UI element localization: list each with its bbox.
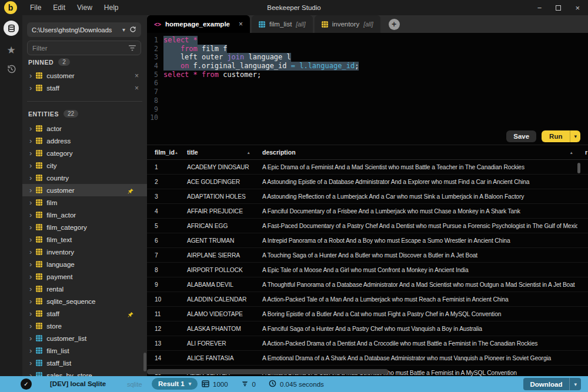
chevron-right-icon[interactable]: › — [29, 199, 32, 206]
new-tab-button[interactable]: + — [389, 19, 400, 30]
table-row[interactable]: 14ALICE FANTASIAA Emotional Drama of a A… — [147, 351, 588, 366]
minimize-button[interactable]: − — [537, 4, 542, 12]
sidebar-item-film_category[interactable]: ›film_category — [22, 221, 147, 233]
column-header-film-id[interactable]: film_id ▲ — [147, 145, 179, 159]
sidebar-scrollbar[interactable] — [143, 353, 146, 371]
chevron-right-icon[interactable]: › — [29, 137, 32, 145]
sidebar-item-store[interactable]: ›store — [22, 320, 147, 332]
run-options-caret[interactable]: ▾ — [570, 130, 580, 142]
table-row[interactable]: 10ALADDIN CALENDARA Action-Packed Tale o… — [147, 292, 588, 307]
sidebar-item-customer_list[interactable]: ›customer_list — [22, 332, 147, 344]
pin-icon[interactable] — [127, 187, 134, 194]
sidebar-item-address[interactable]: ›address — [22, 135, 147, 147]
connection-name[interactable]: [DEV] local Sqlite — [50, 380, 106, 387]
table-row[interactable]: 7AIRPLANE SIERRAA Touching Saga of a Hun… — [147, 248, 588, 263]
table-row[interactable]: 2ACE GOLDFINGERA Astounding Epistle of a… — [147, 175, 588, 189]
sidebar-item-payment[interactable]: ›payment — [22, 270, 147, 283]
chevron-right-icon[interactable]: › — [29, 186, 32, 194]
pin-icon[interactable] — [127, 310, 134, 317]
sidebar-item-inventory[interactable]: ›inventory — [22, 246, 147, 258]
sidebar-item-city[interactable]: ›city — [22, 159, 147, 172]
menu-file[interactable]: File — [24, 4, 47, 12]
chevron-right-icon[interactable]: › — [29, 223, 32, 231]
chevron-right-icon[interactable]: › — [29, 359, 32, 367]
table-row[interactable]: 9ALABAMA DEVILA Thoughtful Panorama of a… — [147, 277, 588, 292]
entities-section-header[interactable]: ENTITIES 22 — [22, 110, 147, 118]
chevron-right-icon[interactable]: › — [29, 125, 32, 132]
sidebar-item-staff_list[interactable]: ›staff_list — [22, 357, 147, 369]
chevron-right-icon[interactable]: › — [29, 371, 32, 376]
chevron-right-icon[interactable]: › — [29, 211, 32, 219]
menu-help[interactable]: Help — [98, 4, 125, 12]
sidebar-item-film_list[interactable]: ›film_list — [22, 344, 147, 357]
results-vertical-scrollbar[interactable] — [577, 163, 580, 173]
filter-icon[interactable] — [129, 43, 136, 53]
favorites-star-icon[interactable]: ★ — [6, 44, 15, 56]
filter-field[interactable] — [27, 41, 141, 55]
column-header-description[interactable]: description ▲ — [255, 145, 577, 159]
sort-icon[interactable]: ▲ — [570, 150, 573, 155]
column-header-title[interactable]: title ▲ — [179, 145, 255, 159]
column-header-clipped[interactable]: r — [577, 145, 588, 159]
table-row[interactable]: 6AGENT TRUMANA Intrepid Panorama of a Ro… — [147, 233, 588, 248]
pinned-section-header[interactable]: PINNED 2 — [22, 58, 147, 66]
sidebar-item-language[interactable]: ›language — [22, 258, 147, 270]
close-window-button[interactable]: × — [575, 4, 580, 12]
chevron-right-icon[interactable]: › — [29, 72, 32, 79]
table-row[interactable]: 3ADAPTATION HOLESA Astounding Reflection… — [147, 189, 588, 204]
download-button[interactable]: Download — [523, 378, 570, 390]
refresh-icon[interactable] — [129, 25, 136, 35]
sidebar-item-customer[interactable]: ›customer — [22, 184, 147, 196]
close-icon[interactable]: × — [239, 20, 243, 28]
sort-icon[interactable]: ▲ — [175, 150, 178, 155]
close-icon[interactable]: × — [135, 84, 139, 92]
tab-inventory[interactable]: inventory [all] — [315, 15, 380, 33]
history-icon[interactable] — [6, 64, 16, 76]
connection-select[interactable]: C:\Users\ghstng\Downloads ▾ — [27, 22, 141, 37]
table-row[interactable]: 12ALASKA PHANTOMA Fanciful Saga of a Hun… — [147, 321, 588, 336]
database-connection-icon[interactable] — [4, 21, 19, 36]
chevron-right-icon[interactable]: › — [29, 297, 32, 305]
sidebar-item-film_actor[interactable]: ›film_actor — [22, 209, 147, 221]
chevron-right-icon[interactable]: › — [29, 236, 32, 243]
pinned-item-staff[interactable]: ›staff× — [22, 82, 147, 94]
chevron-right-icon[interactable]: › — [29, 162, 32, 169]
table-row[interactable]: 13ALI FOREVERA Action-Packed Drama of a … — [147, 336, 588, 351]
result-select[interactable]: Result 1 ▾ — [152, 378, 198, 390]
chevron-right-icon[interactable]: › — [29, 285, 32, 293]
sidebar-item-category[interactable]: ›category — [22, 147, 147, 159]
sidebar-item-sqlite_sequence[interactable]: ›sqlite_sequence — [22, 295, 147, 307]
save-button[interactable]: Save — [506, 130, 536, 142]
table-row[interactable]: 8AIRPORT POLLOCKA Epic Tale of a Moose A… — [147, 263, 588, 277]
chevron-right-icon[interactable]: › — [29, 174, 32, 182]
maximize-button[interactable] — [556, 4, 561, 12]
chevron-right-icon[interactable]: › — [29, 260, 32, 268]
menu-view[interactable]: View — [71, 4, 98, 12]
chevron-right-icon[interactable]: › — [29, 84, 32, 92]
chevron-right-icon[interactable]: › — [29, 322, 32, 330]
sql-editor[interactable]: 1select *2 from film f3 left outer join … — [147, 33, 588, 128]
chevron-right-icon[interactable]: › — [29, 334, 32, 342]
tab-film-list[interactable]: film_list [all] — [252, 15, 313, 33]
run-button[interactable]: Run — [542, 130, 570, 142]
chevron-right-icon[interactable]: › — [29, 273, 32, 280]
sidebar-item-country[interactable]: ›country — [22, 172, 147, 184]
sidebar-item-film_text[interactable]: ›film_text — [22, 233, 147, 246]
chevron-right-icon[interactable]: › — [29, 310, 32, 317]
filter-input[interactable] — [32, 45, 129, 52]
close-icon[interactable]: × — [135, 72, 139, 80]
sort-icon[interactable]: ▲ — [247, 150, 250, 155]
table-row[interactable]: 1ACADEMY DINOSAURA Epic Drama of a Femin… — [147, 160, 588, 175]
sidebar-item-rental[interactable]: ›rental — [22, 283, 147, 295]
sidebar-item-actor[interactable]: ›actor — [22, 122, 147, 135]
chevron-right-icon[interactable]: › — [29, 248, 32, 256]
download-options-caret[interactable]: ▾ — [569, 378, 581, 390]
table-row[interactable]: 11ALAMO VIDEOTAPEA Boring Epistle of a B… — [147, 307, 588, 321]
sidebar-item-film[interactable]: ›film — [22, 196, 147, 209]
table-row[interactable]: 5AFRICAN EGGA Fast-Paced Documentary of … — [147, 219, 588, 233]
sidebar-item-sales_by_store[interactable]: ›sales_by_store — [22, 369, 147, 376]
table-row[interactable]: 4AFFAIR PREJUDICEA Fanciful Documentary … — [147, 204, 588, 219]
tab-homepage-example[interactable]: <> homepage_example × — [147, 15, 250, 33]
pinned-item-customer[interactable]: ›customer× — [22, 69, 147, 82]
sidebar-item-staff[interactable]: ›staff — [22, 307, 147, 320]
